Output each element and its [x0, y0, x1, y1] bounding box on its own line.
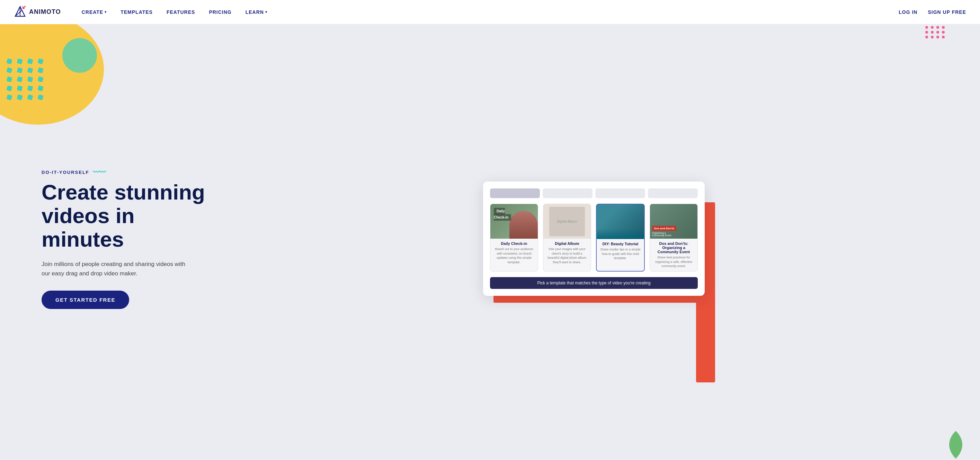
template-card-dos-donts[interactable]: Dos and Don'ts Organizing aCommunity Eve…: [650, 204, 698, 272]
template-tab-3[interactable]: [595, 188, 645, 198]
template-tab-4[interactable]: [648, 188, 698, 198]
card-thumb-album: Digital Album: [543, 204, 591, 239]
deco-teal-dots: [7, 59, 45, 100]
nav-link-pricing[interactable]: PRICING: [202, 10, 238, 15]
nav-logo[interactable]: ANIMOTO: [14, 6, 61, 18]
thumb-face: [509, 211, 538, 239]
card-title-album: Digital Album: [547, 242, 587, 245]
card-desc-diy: Share insider tips or a simple how-to gu…: [600, 247, 641, 261]
template-preview: DailyCheck-in Daily Check-in Reach out t…: [483, 181, 705, 296]
hero-right: DailyCheck-in Daily Check-in Reach out t…: [229, 181, 959, 296]
hero-subtitle: Join millions of people creating and sha…: [41, 259, 187, 278]
nav-link-templates[interactable]: TEMPLATES: [114, 10, 160, 15]
nav-links: CREATE ▾ TEMPLATES FEATURES PRICING LEAR…: [75, 10, 899, 15]
template-preview-wrapper: DailyCheck-in Daily Check-in Reach out t…: [483, 181, 705, 296]
thumb-album-inner: Digital Album: [549, 207, 585, 236]
chevron-down-icon: ▾: [105, 10, 107, 14]
hero-left: DO-IT-YOURSELF 〰〰 Create stunning videos…: [41, 168, 215, 309]
nav-link-learn[interactable]: LEARN ▾: [239, 10, 274, 15]
card-thumb-daily: DailyCheck-in: [490, 204, 538, 239]
hero-tag: DO-IT-YOURSELF 〰〰: [41, 168, 215, 176]
nav-login-button[interactable]: LOG IN: [899, 10, 917, 15]
deco-teal-circle: [62, 38, 97, 73]
svg-point-4: [24, 6, 25, 7]
card-info-daily: Daily Check-in Reach out to your audienc…: [490, 239, 538, 267]
svg-point-3: [22, 7, 25, 9]
card-thumb-dos: Dos and Don'ts Organizing aCommunity Eve…: [650, 204, 697, 239]
template-cards-row: DailyCheck-in Daily Check-in Reach out t…: [490, 204, 698, 272]
deco-green-leaf: [945, 431, 966, 460]
template-banner: Pick a template that matches the type of…: [490, 277, 698, 289]
card-info-dos: Dos and Don'ts: Organizing a Community E…: [650, 239, 697, 271]
template-tabs: [490, 188, 698, 198]
hero-cta-button[interactable]: GET STARTED FREE: [41, 291, 129, 309]
nav-link-create[interactable]: CREATE ▾: [75, 10, 114, 15]
template-card-diy-beauty[interactable]: DIY: Beauty Tutorial Share insider tips …: [596, 204, 645, 272]
nav-right: LOG IN SIGN UP FREE: [899, 10, 966, 15]
template-tab-1[interactable]: [490, 188, 540, 198]
thumb-diy-overlay: [597, 229, 644, 239]
thumb-dos-label: Dos and Don'ts: [652, 226, 676, 231]
card-desc-album: Pair your images with your client's stor…: [547, 247, 587, 264]
hero-title: Create stunning videos in minutes: [41, 180, 215, 251]
template-card-daily-checkin[interactable]: DailyCheck-in Daily Check-in Reach out t…: [490, 204, 538, 272]
svg-line-2: [15, 10, 22, 16]
card-info-diy: DIY: Beauty Tutorial Share insider tips …: [597, 239, 644, 263]
card-title-daily: Daily Check-in: [494, 242, 535, 245]
card-thumb-diy: [597, 204, 644, 239]
card-title-diy: DIY: Beauty Tutorial: [600, 242, 641, 246]
nav-signup-button[interactable]: SIGN UP FREE: [928, 10, 966, 15]
navbar: ANIMOTO CREATE ▾ TEMPLATES FEATURES PRIC…: [0, 0, 980, 24]
deco-pink-dots: [925, 26, 945, 38]
nav-link-features[interactable]: FEATURES: [160, 10, 202, 15]
card-title-dos: Dos and Don'ts: Organizing a Community E…: [654, 242, 694, 254]
wave-decoration: 〰〰: [93, 168, 105, 176]
svg-point-5: [22, 6, 23, 7]
template-card-digital-album[interactable]: Digital Album Digital Album Pair your im…: [543, 204, 591, 272]
card-info-album: Digital Album Pair your images with your…: [543, 239, 591, 267]
nav-logo-text: ANIMOTO: [29, 8, 61, 16]
template-tab-2[interactable]: [542, 188, 592, 198]
hero-section: DO-IT-YOURSELF 〰〰 Create stunning videos…: [0, 24, 980, 460]
card-desc-daily: Reach out to your audience with consiste…: [494, 247, 535, 264]
chevron-down-icon: ▾: [265, 10, 267, 14]
card-desc-dos: Share best practices for organizing a sa…: [654, 255, 694, 269]
thumb-daily-label: DailyCheck-in: [494, 208, 511, 221]
